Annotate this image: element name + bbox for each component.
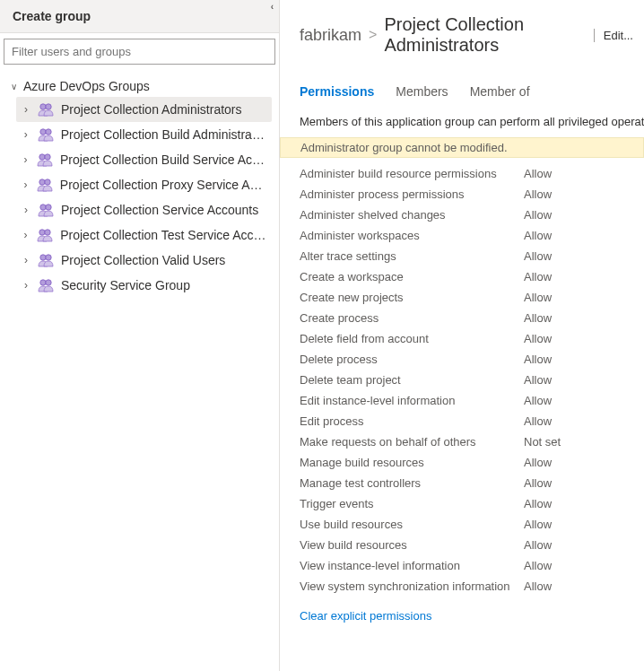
permission-value[interactable]: Allow: [524, 394, 552, 407]
warning-banner: Administrator group cannot be modified.: [280, 137, 644, 158]
permission-name: View build resources: [300, 538, 524, 552]
tab[interactable]: Member of: [470, 84, 530, 102]
permission-name: Administer workspaces: [300, 229, 524, 242]
permission-row[interactable]: Delete field from accountAllow: [300, 328, 624, 349]
permission-value[interactable]: Allow: [524, 456, 552, 469]
permission-name: Edit process: [300, 414, 524, 428]
permission-value[interactable]: Allow: [524, 249, 552, 263]
permission-value[interactable]: Allow: [524, 311, 552, 325]
permission-value[interactable]: Not set: [524, 435, 561, 449]
permission-row[interactable]: Manage build resourcesAllow: [300, 452, 624, 473]
tree-item-label: Project Collection Proxy Service Account…: [60, 178, 266, 192]
chevron-right-icon: [22, 153, 30, 166]
tree-item-label: Project Collection Valid Users: [61, 253, 225, 267]
group-icon: [37, 152, 53, 168]
permission-row[interactable]: Administer process permissionsAllow: [300, 184, 624, 205]
permission-row[interactable]: View system synchronization informationA…: [300, 576, 624, 597]
tabs: PermissionsMembersMember of: [280, 63, 644, 102]
permission-value[interactable]: Allow: [524, 187, 552, 201]
permission-row[interactable]: Use build resourcesAllow: [300, 514, 624, 535]
permission-name: Use build resources: [300, 518, 524, 531]
permission-row[interactable]: Create processAllow: [300, 308, 624, 328]
permission-row[interactable]: Delete processAllow: [300, 349, 624, 370]
page-title: Project Collection Administrators: [384, 14, 586, 56]
tree-item[interactable]: Project Collection Service Accounts: [16, 197, 272, 222]
group-icon: [38, 101, 54, 118]
permission-value[interactable]: Allow: [524, 291, 552, 304]
permission-row[interactable]: View instance-level informationAllow: [300, 555, 624, 576]
tree-root-label: Azure DevOps Groups: [23, 79, 150, 93]
permission-value[interactable]: Allow: [524, 208, 552, 222]
permission-row[interactable]: Administer build resource permissionsAll…: [300, 163, 624, 184]
filter-input[interactable]: [4, 39, 275, 65]
tree-item[interactable]: Security Service Group: [16, 273, 272, 298]
tree-item[interactable]: Project Collection Administrators: [16, 97, 272, 122]
chevron-right-icon: [22, 229, 30, 241]
permission-value[interactable]: Allow: [524, 353, 552, 366]
permission-row[interactable]: Create new projectsAllow: [300, 287, 624, 308]
permission-row[interactable]: View build resourcesAllow: [300, 535, 624, 555]
permission-name: Delete process: [300, 353, 524, 366]
permission-row[interactable]: Manage test controllersAllow: [300, 473, 624, 493]
permission-name: Trigger events: [300, 497, 524, 510]
permission-value[interactable]: Allow: [524, 580, 552, 593]
breadcrumb-org[interactable]: fabrikam: [300, 26, 361, 45]
tree-root-node[interactable]: Azure DevOps Groups: [7, 75, 272, 97]
tree-item[interactable]: Project Collection Build Service Account…: [16, 147, 272, 172]
tab[interactable]: Members: [396, 84, 448, 102]
edit-button[interactable]: Edit...: [594, 29, 633, 42]
permission-row[interactable]: Administer workspacesAllow: [300, 225, 624, 246]
group-icon: [38, 202, 54, 218]
permission-value[interactable]: Allow: [524, 373, 552, 387]
permission-row[interactable]: Trigger eventsAllow: [300, 493, 624, 514]
permission-name: View system synchronization information: [300, 580, 524, 593]
permission-row[interactable]: Edit processAllow: [300, 411, 624, 431]
permission-value[interactable]: Allow: [524, 497, 552, 510]
tab[interactable]: Permissions: [300, 84, 374, 102]
permission-name: Administer build resource permissions: [300, 167, 524, 180]
permission-name: Alter trace settings: [300, 249, 524, 263]
permission-row[interactable]: Administer shelved changesAllow: [300, 205, 624, 225]
tree-item[interactable]: Project Collection Proxy Service Account…: [16, 172, 272, 197]
permission-row[interactable]: Delete team projectAllow: [300, 370, 624, 390]
tree-item-label: Project Collection Administrators: [61, 102, 242, 117]
create-group-label: Create group: [13, 9, 91, 23]
groups-tree: Azure DevOps Groups Project Collection A…: [0, 72, 279, 305]
permission-row[interactable]: Create a workspaceAllow: [300, 266, 624, 287]
permission-value[interactable]: Allow: [524, 559, 552, 572]
permission-row[interactable]: Alter trace settingsAllow: [300, 246, 624, 266]
group-icon: [37, 227, 53, 243]
permission-row[interactable]: Make requests on behalf of othersNot set: [300, 431, 624, 452]
breadcrumb: fabrikam > Project Collection Administra…: [280, 0, 644, 63]
tree-item[interactable]: Project Collection Test Service Accounts: [16, 222, 272, 248]
group-icon: [38, 126, 54, 143]
permission-value[interactable]: Allow: [524, 332, 552, 345]
tree-item-label: Project Collection Build Service Account…: [60, 152, 266, 167]
clear-permissions-link[interactable]: Clear explicit permissions: [280, 597, 451, 635]
permission-value[interactable]: Allow: [524, 414, 552, 428]
permission-value[interactable]: Allow: [524, 538, 552, 552]
permission-value[interactable]: Allow: [524, 476, 552, 490]
tree-item[interactable]: Project Collection Valid Users: [16, 248, 272, 273]
chevron-right-icon: [22, 128, 30, 141]
permission-value[interactable]: Allow: [524, 167, 552, 180]
chevron-right-icon: [22, 204, 30, 216]
right-panel: fabrikam > Project Collection Administra…: [280, 0, 644, 671]
permission-row[interactable]: Edit instance-level informationAllow: [300, 390, 624, 411]
breadcrumb-sep: >: [369, 27, 377, 43]
permission-value[interactable]: Allow: [524, 518, 552, 531]
permissions-table: Administer build resource permissionsAll…: [280, 163, 644, 597]
permission-value[interactable]: Allow: [524, 270, 552, 283]
chevron-down-icon: [9, 82, 18, 92]
collapse-icon[interactable]: ‹: [271, 2, 274, 12]
tree-item-label: Project Collection Build Administrators: [61, 127, 266, 142]
permission-name: Create a workspace: [300, 270, 524, 283]
tree-item[interactable]: Project Collection Build Administrators: [16, 122, 272, 147]
group-description: Members of this application group can pe…: [280, 115, 644, 137]
group-icon: [37, 177, 53, 193]
permission-name: Manage build resources: [300, 456, 524, 469]
permission-name: Create new projects: [300, 291, 524, 304]
permission-value[interactable]: Allow: [524, 229, 552, 242]
permission-name: Manage test controllers: [300, 476, 524, 490]
create-group-button[interactable]: Create group ‹: [0, 0, 279, 33]
